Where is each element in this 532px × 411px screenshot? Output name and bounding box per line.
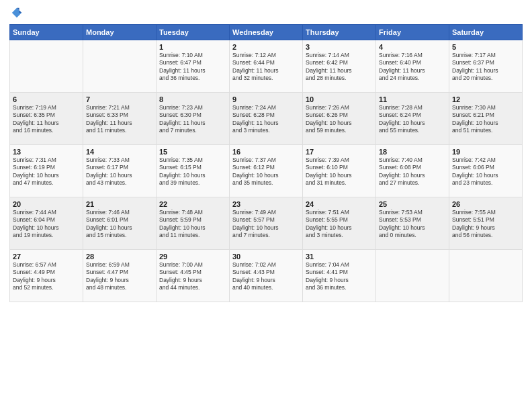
day-info: Sunrise: 7:12 AM Sunset: 6:44 PM Dayligh… xyxy=(232,52,300,83)
day-info: Sunrise: 7:16 AM Sunset: 6:40 PM Dayligh… xyxy=(379,52,446,83)
day-info: Sunrise: 7:17 AM Sunset: 6:37 PM Dayligh… xyxy=(452,52,519,83)
day-cell-4: 4Sunrise: 7:16 AM Sunset: 6:40 PM Daylig… xyxy=(376,40,449,93)
day-info: Sunrise: 7:44 AM Sunset: 6:04 PM Dayligh… xyxy=(13,209,80,240)
day-info: Sunrise: 7:30 AM Sunset: 6:21 PM Dayligh… xyxy=(452,104,519,135)
day-number: 26 xyxy=(452,200,519,208)
day-cell-7: 7Sunrise: 7:21 AM Sunset: 6:33 PM Daylig… xyxy=(83,93,157,145)
day-info: Sunrise: 7:33 AM Sunset: 6:17 PM Dayligh… xyxy=(86,156,153,187)
weekday-wednesday: Wednesday xyxy=(230,25,303,40)
day-cell-17: 17Sunrise: 7:39 AM Sunset: 6:10 PM Dayli… xyxy=(303,145,376,197)
day-number: 12 xyxy=(452,95,519,103)
day-cell-8: 8Sunrise: 7:23 AM Sunset: 6:30 PM Daylig… xyxy=(157,93,230,145)
week-row-2: 6Sunrise: 7:19 AM Sunset: 6:35 PM Daylig… xyxy=(10,93,523,145)
day-cell-16: 16Sunrise: 7:37 AM Sunset: 6:12 PM Dayli… xyxy=(230,145,303,197)
weekday-thursday: Thursday xyxy=(303,25,376,40)
day-cell-30: 30Sunrise: 7:02 AM Sunset: 4:43 PM Dayli… xyxy=(230,250,303,302)
weekday-header-row: SundayMondayTuesdayWednesdayThursdayFrid… xyxy=(10,25,523,40)
day-number: 1 xyxy=(159,43,226,51)
day-info: Sunrise: 7:48 AM Sunset: 5:59 PM Dayligh… xyxy=(159,209,226,240)
week-row-1: 1Sunrise: 7:10 AM Sunset: 6:47 PM Daylig… xyxy=(10,40,523,93)
day-number: 20 xyxy=(13,200,80,208)
day-cell-22: 22Sunrise: 7:48 AM Sunset: 5:59 PM Dayli… xyxy=(157,197,230,250)
day-info: Sunrise: 7:39 AM Sunset: 6:10 PM Dayligh… xyxy=(306,156,373,187)
day-cell-21: 21Sunrise: 7:46 AM Sunset: 6:01 PM Dayli… xyxy=(83,197,157,250)
day-info: Sunrise: 7:26 AM Sunset: 6:26 PM Dayligh… xyxy=(306,104,373,135)
day-info: Sunrise: 6:59 AM Sunset: 4:47 PM Dayligh… xyxy=(86,261,153,292)
day-info: Sunrise: 7:14 AM Sunset: 6:42 PM Dayligh… xyxy=(306,52,373,83)
logo-icon xyxy=(11,7,23,19)
day-cell-20: 20Sunrise: 7:44 AM Sunset: 6:04 PM Dayli… xyxy=(10,197,83,250)
day-number: 23 xyxy=(232,200,300,208)
calendar-table: SundayMondayTuesdayWednesdayThursdayFrid… xyxy=(9,24,523,302)
day-info: Sunrise: 7:04 AM Sunset: 4:41 PM Dayligh… xyxy=(306,261,373,292)
day-cell-29: 29Sunrise: 7:00 AM Sunset: 4:45 PM Dayli… xyxy=(157,250,230,302)
day-number: 15 xyxy=(159,148,226,156)
day-number: 19 xyxy=(452,148,519,156)
week-row-5: 27Sunrise: 6:57 AM Sunset: 4:49 PM Dayli… xyxy=(10,250,523,302)
day-number: 24 xyxy=(306,200,373,208)
day-number: 13 xyxy=(13,148,80,156)
day-info: Sunrise: 7:55 AM Sunset: 5:51 PM Dayligh… xyxy=(452,209,519,240)
day-info: Sunrise: 7:10 AM Sunset: 6:47 PM Dayligh… xyxy=(159,52,226,83)
weekday-sunday: Sunday xyxy=(10,25,83,40)
day-cell-3: 3Sunrise: 7:14 AM Sunset: 6:42 PM Daylig… xyxy=(303,40,376,93)
day-cell-28: 28Sunrise: 6:59 AM Sunset: 4:47 PM Dayli… xyxy=(83,250,157,302)
day-info: Sunrise: 7:35 AM Sunset: 6:15 PM Dayligh… xyxy=(159,156,226,187)
day-number: 5 xyxy=(452,43,519,51)
day-info: Sunrise: 7:40 AM Sunset: 6:08 PM Dayligh… xyxy=(379,156,446,187)
day-cell-13: 13Sunrise: 7:31 AM Sunset: 6:19 PM Dayli… xyxy=(10,145,83,197)
day-cell-14: 14Sunrise: 7:33 AM Sunset: 6:17 PM Dayli… xyxy=(83,145,157,197)
day-cell-25: 25Sunrise: 7:53 AM Sunset: 5:53 PM Dayli… xyxy=(376,197,449,250)
day-info: Sunrise: 7:53 AM Sunset: 5:53 PM Dayligh… xyxy=(379,209,446,240)
day-number: 17 xyxy=(306,148,373,156)
week-row-3: 13Sunrise: 7:31 AM Sunset: 6:19 PM Dayli… xyxy=(10,145,523,197)
day-number: 16 xyxy=(232,148,300,156)
week-row-4: 20Sunrise: 7:44 AM Sunset: 6:04 PM Dayli… xyxy=(10,197,523,250)
day-cell-2: 2Sunrise: 7:12 AM Sunset: 6:44 PM Daylig… xyxy=(230,40,303,93)
day-number: 14 xyxy=(86,148,153,156)
day-number: 6 xyxy=(13,95,80,103)
day-number: 2 xyxy=(232,43,300,51)
day-number: 11 xyxy=(379,95,446,103)
day-number: 22 xyxy=(159,200,226,208)
day-info: Sunrise: 7:51 AM Sunset: 5:55 PM Dayligh… xyxy=(306,209,373,240)
empty-cell xyxy=(449,250,523,302)
empty-cell xyxy=(83,40,157,93)
day-number: 27 xyxy=(13,253,80,261)
day-cell-19: 19Sunrise: 7:42 AM Sunset: 6:06 PM Dayli… xyxy=(449,145,523,197)
empty-cell xyxy=(10,40,83,93)
day-cell-6: 6Sunrise: 7:19 AM Sunset: 6:35 PM Daylig… xyxy=(10,93,83,145)
day-cell-24: 24Sunrise: 7:51 AM Sunset: 5:55 PM Dayli… xyxy=(303,197,376,250)
day-info: Sunrise: 7:00 AM Sunset: 4:45 PM Dayligh… xyxy=(159,261,226,292)
page-header xyxy=(9,7,523,19)
day-cell-9: 9Sunrise: 7:24 AM Sunset: 6:28 PM Daylig… xyxy=(230,93,303,145)
day-number: 25 xyxy=(379,200,446,208)
day-number: 9 xyxy=(232,95,300,103)
day-cell-23: 23Sunrise: 7:49 AM Sunset: 5:57 PM Dayli… xyxy=(230,197,303,250)
empty-cell xyxy=(376,250,449,302)
weekday-friday: Friday xyxy=(376,25,449,40)
day-cell-11: 11Sunrise: 7:28 AM Sunset: 6:24 PM Dayli… xyxy=(376,93,449,145)
day-info: Sunrise: 7:19 AM Sunset: 6:35 PM Dayligh… xyxy=(13,104,80,135)
day-number: 4 xyxy=(379,43,446,51)
day-cell-10: 10Sunrise: 7:26 AM Sunset: 6:26 PM Dayli… xyxy=(303,93,376,145)
day-cell-15: 15Sunrise: 7:35 AM Sunset: 6:15 PM Dayli… xyxy=(157,145,230,197)
day-number: 28 xyxy=(86,253,153,261)
day-cell-31: 31Sunrise: 7:04 AM Sunset: 4:41 PM Dayli… xyxy=(303,250,376,302)
day-number: 18 xyxy=(379,148,446,156)
logo xyxy=(9,7,24,19)
day-info: Sunrise: 7:02 AM Sunset: 4:43 PM Dayligh… xyxy=(232,261,300,292)
day-info: Sunrise: 7:49 AM Sunset: 5:57 PM Dayligh… xyxy=(232,209,300,240)
day-info: Sunrise: 7:42 AM Sunset: 6:06 PM Dayligh… xyxy=(452,156,519,187)
day-cell-26: 26Sunrise: 7:55 AM Sunset: 5:51 PM Dayli… xyxy=(449,197,523,250)
weekday-monday: Monday xyxy=(83,25,157,40)
day-number: 30 xyxy=(232,253,300,261)
day-number: 10 xyxy=(306,95,373,103)
weekday-saturday: Saturday xyxy=(449,25,523,40)
day-info: Sunrise: 7:21 AM Sunset: 6:33 PM Dayligh… xyxy=(86,104,153,135)
day-cell-1: 1Sunrise: 7:10 AM Sunset: 6:47 PM Daylig… xyxy=(157,40,230,93)
day-number: 3 xyxy=(306,43,373,51)
day-number: 31 xyxy=(306,253,373,261)
day-number: 29 xyxy=(159,253,226,261)
day-number: 7 xyxy=(86,95,153,103)
